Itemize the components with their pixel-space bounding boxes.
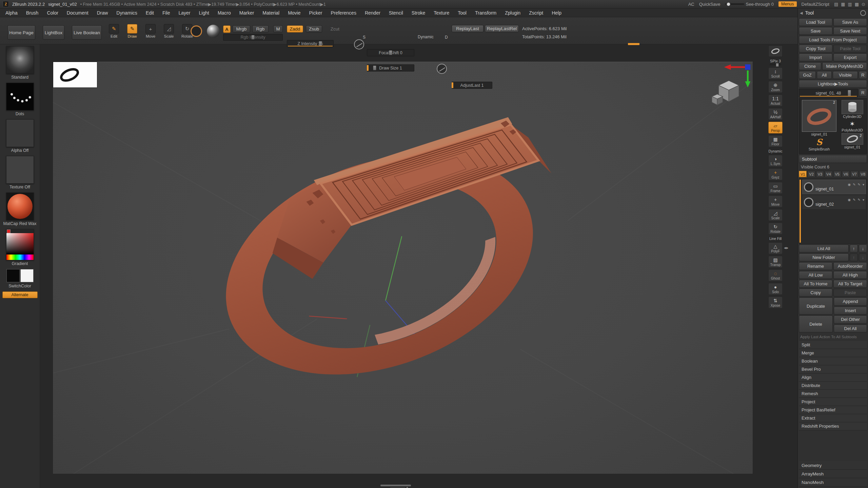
- menu-item[interactable]: Color: [47, 10, 58, 16]
- see-through-track[interactable]: [725, 3, 744, 5]
- replay-last-rel-button[interactable]: ReplayLastRel: [485, 25, 519, 32]
- gradient-picker[interactable]: [6, 229, 34, 260]
- adjust-last-slider[interactable]: AdjustLast 1: [452, 82, 492, 89]
- lightbox-tools-button[interactable]: Lightbox▶Tools: [799, 80, 867, 88]
- window-layout-icon[interactable]: ▥: [848, 2, 852, 7]
- zsub-button[interactable]: Zsub: [306, 25, 322, 33]
- eye-icon[interactable]: ◉: [848, 183, 851, 186]
- window-layout-icon[interactable]: ▤: [834, 2, 838, 7]
- ac-toggle[interactable]: AC: [688, 2, 694, 7]
- window-layout-icon[interactable]: ▦: [841, 2, 845, 7]
- see-through-handle[interactable]: [727, 2, 730, 6]
- shelf-toggle-button[interactable]: ⊕ Zoom: [768, 81, 783, 93]
- menu-item[interactable]: Macro: [218, 10, 231, 16]
- subtool-tab[interactable]: V7: [850, 171, 858, 177]
- menu-item[interactable]: Texture: [434, 10, 449, 16]
- focal-shift-handle[interactable]: [389, 50, 393, 55]
- mode-button[interactable]: ✎ Edit: [106, 24, 121, 38]
- sculpt-icon[interactable]: ✎: [858, 198, 861, 202]
- copy-tool-button[interactable]: Copy Tool: [799, 45, 832, 53]
- window-layout-icon[interactable]: ▩: [855, 2, 859, 7]
- menu-item[interactable]: Light: [199, 10, 209, 16]
- zadd-button[interactable]: Zadd: [287, 25, 303, 33]
- all-high-button[interactable]: All High: [833, 271, 867, 279]
- tool-thumb-cylinder3d[interactable]: [842, 100, 863, 114]
- brush-thumbnail[interactable]: [6, 46, 34, 74]
- subtool-tab[interactable]: V1: [799, 171, 807, 177]
- del-all-button[interactable]: Del All: [834, 325, 867, 333]
- menu-item[interactable]: Layer: [179, 10, 191, 16]
- a-badge[interactable]: A: [223, 25, 231, 33]
- menu-item[interactable]: Transform: [475, 10, 496, 16]
- shelf-toggle-button[interactable]: ▭ Frame: [768, 182, 783, 194]
- alpha-selector[interactable]: Alpha Off: [0, 119, 40, 153]
- mode-button[interactable]: + Move: [143, 24, 158, 38]
- subpalette-header[interactable]: Geometry: [799, 461, 867, 470]
- mrgb-button[interactable]: Mrgb: [233, 25, 250, 33]
- subtool-item[interactable]: ◉ ✎ ✎ ▾ signet_01: [802, 180, 866, 194]
- default-zscript-button[interactable]: DefaultZScript: [802, 2, 829, 7]
- main-color-swatch[interactable]: [6, 269, 20, 282]
- insert-button[interactable]: Insert: [834, 307, 867, 315]
- canvas-scrollbar[interactable]: [380, 485, 411, 486]
- collapse-panel-icon[interactable]: ◀: [800, 11, 803, 15]
- panel-divider-arrows-icon[interactable]: ◂▸: [784, 245, 789, 250]
- quicksave-button[interactable]: QuickSave: [699, 2, 721, 7]
- subpalette-header[interactable]: Distribute: [799, 382, 867, 390]
- draw-size-slider[interactable]: Draw Size 1: [367, 64, 414, 72]
- menu-item[interactable]: Stroke: [412, 10, 425, 16]
- subpalette-header[interactable]: ArrayMesh: [799, 470, 867, 478]
- switch-color[interactable]: SwitchColor: [0, 269, 40, 288]
- shelf-toggle-button[interactable]: ◑ L.Sym: [768, 155, 783, 167]
- tool-thumb-signet01[interactable]: 2: [802, 100, 836, 132]
- alpha-thumbnail[interactable]: [6, 119, 34, 147]
- menu-item[interactable]: Dynamics: [116, 10, 137, 16]
- dynamic-label[interactable]: Dynamic: [418, 35, 434, 39]
- shelf-toggle-button[interactable]: ◿ Scale: [768, 209, 783, 221]
- subpalette-header[interactable]: Bevel Pro: [799, 365, 867, 373]
- subpalette-header[interactable]: Redshift Properties: [799, 422, 867, 430]
- shelf-toggle-button[interactable]: + Gxyz: [768, 168, 783, 180]
- subpalette-header[interactable]: Remesh: [799, 390, 867, 398]
- stroke-selector[interactable]: Dots: [0, 83, 40, 116]
- shelf-toggle-button[interactable]: ½ AAHalf: [768, 108, 783, 120]
- duplicate-button[interactable]: Duplicate: [799, 298, 833, 314]
- list-all-button[interactable]: List All: [799, 245, 849, 252]
- polypaint-icon[interactable]: ✎: [853, 183, 855, 186]
- all-to-target-button[interactable]: All To Target: [833, 280, 867, 288]
- tool-thumb-signet01-small[interactable]: 2: [842, 133, 863, 145]
- load-tools-from-project-button[interactable]: Load Tools From Project: [799, 36, 867, 44]
- mode-button[interactable]: ◿ Scale: [161, 24, 176, 38]
- rgb-button[interactable]: Rgb: [252, 25, 269, 33]
- subtool-tab[interactable]: V2: [807, 171, 815, 177]
- save-button[interactable]: Save: [799, 27, 832, 35]
- subtool-tab[interactable]: V5: [833, 171, 841, 177]
- shelf-divider-handle[interactable]: [628, 43, 639, 45]
- menu-item[interactable]: Preferences: [331, 10, 356, 16]
- tool-r-button[interactable]: R: [859, 89, 867, 97]
- material-thumbnail[interactable]: [6, 192, 34, 220]
- menu-item[interactable]: Draw: [97, 10, 108, 16]
- goz-button[interactable]: GoZ: [799, 71, 816, 79]
- eye-icon[interactable]: ◉: [848, 198, 851, 202]
- subtool-down-button[interactable]: ↓: [859, 245, 867, 252]
- shelf-toggle-button[interactable]: ↕ Scroll: [768, 67, 783, 79]
- focal-shift-slider[interactable]: Focal Shift 0: [367, 49, 414, 56]
- shelf-toggle-button[interactable]: △ PolyF: [768, 242, 783, 254]
- paste-tool-button[interactable]: Paste Tool: [833, 45, 867, 53]
- spix-track[interactable]: [770, 64, 781, 65]
- draw-size-handle[interactable]: [373, 65, 377, 70]
- copy-subtool-button[interactable]: Copy: [799, 289, 832, 297]
- menu-item[interactable]: Alpha: [5, 10, 18, 16]
- export-button[interactable]: Export: [833, 54, 867, 61]
- all-to-home-button[interactable]: All To Home: [799, 280, 832, 288]
- subpalette-header[interactable]: Merge: [799, 349, 867, 357]
- menu-item[interactable]: Help: [552, 10, 561, 16]
- subtool-tab[interactable]: V4: [825, 171, 832, 177]
- folder-down-button[interactable]: ↓: [859, 253, 867, 261]
- subpalette-header[interactable]: Project BasRelief: [799, 406, 867, 414]
- hue-strip[interactable]: [6, 255, 34, 260]
- menus-button[interactable]: Menus: [778, 1, 797, 7]
- menu-item[interactable]: Marker: [239, 10, 254, 16]
- rename-button[interactable]: Rename: [799, 262, 832, 270]
